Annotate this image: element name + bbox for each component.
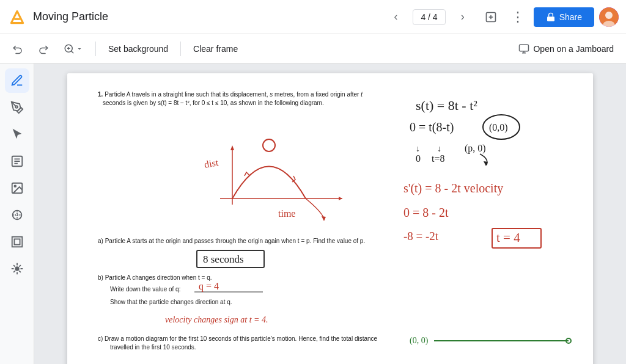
svg-text:c)   Draw a motion diagram for: c) Draw a motion diagram for the first 1… [98,335,378,342]
top-bar: Moving Particle ‹ 4 / 4 › ⋮ Share [0,0,626,34]
svg-text:0 = 8 - 2t: 0 = 8 - 2t [403,206,449,219]
svg-rect-2 [547,16,554,21]
clear-frame-button[interactable]: Clear frame [188,40,243,57]
svg-marker-21 [230,145,234,150]
svg-text:time: time [278,208,295,219]
svg-text:s(t) = 8t - t²: s(t) = 8t - t² [416,98,477,113]
svg-text:b)   Particle A changes direct: b) Particle A changes direction when t =… [98,274,212,281]
svg-text:↓: ↓ [416,144,420,153]
frame-tool-button[interactable] [5,230,29,254]
svg-point-24 [263,139,275,151]
image-tool-button[interactable] [5,176,29,200]
toolbar2: Set background Clear frame Open on a Jam… [0,34,626,64]
svg-point-8 [15,106,18,108]
clear-frame-label: Clear frame [193,44,238,54]
svg-rect-13 [12,237,22,247]
svg-text:(0, 0): (0, 0) [410,336,429,346]
svg-text:Show that the particle changes: Show that the particle changes direction… [110,299,232,305]
share-label: Share [559,12,582,22]
select-tool-button[interactable] [5,122,29,147]
svg-point-11 [14,185,16,187]
main-area: 1. Particle A travels in a straight line… [0,64,626,364]
nav-prev-button[interactable]: ‹ [385,6,407,28]
svg-text:0 =  t(8-t): 0 = t(8-t) [410,120,454,134]
tools-sidebar [0,64,34,364]
share-button[interactable]: Share [534,7,594,27]
canvas-area[interactable]: 1. Particle A travels in a straight line… [34,64,626,364]
laser-tool-button[interactable] [5,257,29,281]
svg-text:-8 = -2t: -8 = -2t [403,230,439,242]
svg-rect-14 [14,239,20,244]
svg-text:Write down the value of q:: Write down the value of q: [110,286,180,293]
svg-text:(0,0): (0,0) [489,122,508,133]
app-logo [7,7,27,27]
page-indicator: 4 / 4 [413,9,445,25]
set-background-label: Set background [108,44,168,54]
toolbar-divider-2 [180,42,181,56]
marker-tool-button[interactable] [5,95,29,120]
svg-text:1.
           Particle A trave: 1. Particle A travels in a straight line… [98,91,363,98]
set-background-button[interactable]: Set background [103,40,173,57]
svg-text:t=8: t=8 [432,153,444,164]
zoom-button[interactable] [59,40,88,58]
user-avatar[interactable] [599,7,619,27]
svg-marker-20 [339,197,342,200]
app-title: Moving Particle [33,10,108,23]
open-jamboard-button[interactable]: Open on a Jamboard [514,40,619,58]
redo-button[interactable] [33,40,54,58]
svg-text:travelled in the first 10 seco: travelled in the first 10 seconds. [110,344,196,351]
svg-text:velocity changes sign at t = 4: velocity changes sign at t = 4. [165,315,268,324]
undo-button[interactable] [7,40,28,58]
svg-point-4 [605,12,613,19]
svg-text:0: 0 [416,153,421,164]
svg-text:8 seconds: 8 seconds [203,253,244,265]
svg-marker-25 [322,216,326,221]
svg-text:seconds is given by s(t) = 8t : seconds is given by s(t) = 8t − t², for … [103,100,324,106]
svg-text:dist: dist [204,157,219,170]
svg-text:(p, 0): (p, 0) [465,143,486,154]
pen-tool-button[interactable] [5,68,29,93]
svg-point-15 [15,267,19,271]
insert-image-button[interactable] [480,6,502,28]
svg-rect-7 [520,45,529,51]
open-jamboard-label: Open on a Jamboard [533,44,614,54]
toolbar-right: ⋮ Share [480,6,619,28]
slide-frame: 1. Particle A travels in a straight line… [67,73,593,364]
nav-next-button[interactable]: › [452,6,474,28]
shape-tool-button[interactable] [5,203,29,227]
svg-text:q = 4: q = 4 [199,281,219,292]
svg-text:s'(t) = 8 - 2t  velocity: s'(t) = 8 - 2t velocity [403,181,503,195]
slide-content-svg: 1. Particle A travels in a straight line… [86,86,575,364]
note-tool-button[interactable] [5,149,29,173]
svg-text:↓: ↓ [437,144,441,153]
svg-text:t = 4: t = 4 [496,230,520,245]
more-options-button[interactable]: ⋮ [507,6,529,28]
toolbar-divider-1 [95,42,96,56]
svg-text:a)   Particle A starts at the : a) Particle A starts at the origin and p… [98,238,365,244]
